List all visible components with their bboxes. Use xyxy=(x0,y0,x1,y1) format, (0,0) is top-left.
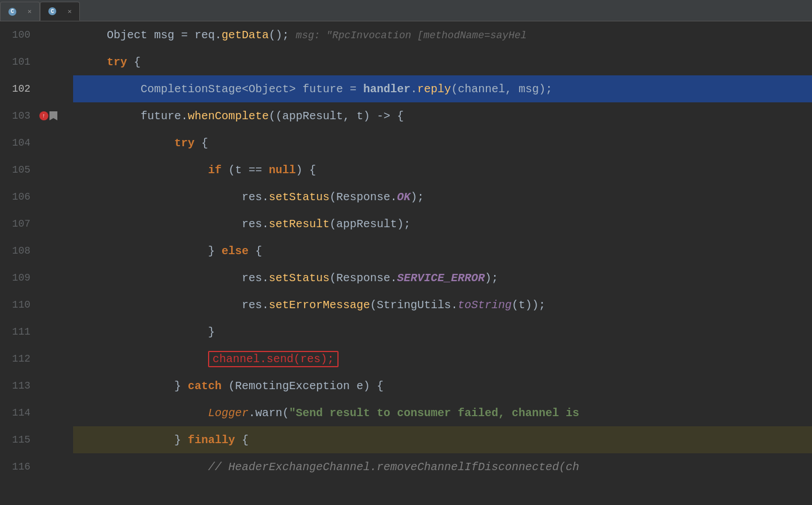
tab-decode-handler[interactable]: C ✕ xyxy=(0,2,40,21)
token: ) { xyxy=(296,164,316,177)
code-line-102: CompletionStage<Object> future = handler… xyxy=(73,75,812,102)
gutter-row-109: 109 xyxy=(0,264,73,291)
inline-hint: msg: "RpcInvocation [methodName=sayHel xyxy=(296,30,526,41)
token: (appResult); xyxy=(330,218,410,231)
token: res. xyxy=(242,191,269,204)
token: res. xyxy=(242,299,269,312)
red-box-highlight: channel.send(res); xyxy=(208,351,339,367)
token: Object xyxy=(107,29,147,42)
tab-close-2[interactable]: ✕ xyxy=(67,7,71,16)
code-text-107: res.setResult(appResult); xyxy=(73,218,410,231)
gutter: 100101102103↑104105106107108109110111112… xyxy=(0,21,73,505)
code-text-100: Object msg = req.getData();msg: "RpcInvo… xyxy=(73,29,527,42)
line-number-112: 112 xyxy=(0,353,39,364)
code-line-103: future.whenComplete((appResult, t) -> { xyxy=(73,102,812,129)
token: getData xyxy=(222,29,269,42)
line-number-105: 105 xyxy=(0,164,39,175)
gutter-row-111: 111 xyxy=(0,318,73,345)
token: ); xyxy=(485,272,498,285)
tab-header-exchange-handler[interactable]: C ✕ xyxy=(40,2,80,21)
code-line-104: try { xyxy=(73,129,812,156)
token: future = xyxy=(296,83,363,96)
tab-icon-2: C xyxy=(48,7,56,15)
token: "Send result to consumer failed, channel… xyxy=(289,407,579,420)
token: SERVICE_ERROR xyxy=(397,272,485,285)
code-line-107: res.setResult(appResult); xyxy=(73,210,812,237)
token: (RemotingException e) { xyxy=(222,380,384,393)
line-number-103: 103 xyxy=(0,110,39,121)
token: else xyxy=(222,245,249,258)
line-number-115: 115 xyxy=(0,434,39,445)
code-text-104: try { xyxy=(73,137,208,150)
code-text-106: res.setStatus(Response.OK); xyxy=(73,191,424,204)
code-text-115: } finally { xyxy=(73,434,249,447)
code-line-110: res.setErrorMessage(StringUtils.toString… xyxy=(73,291,812,318)
code-line-101: try { xyxy=(73,48,812,75)
code-text-112: channel.send(res); xyxy=(73,351,339,367)
gutter-row-112: 112 xyxy=(0,345,73,372)
token: (channel, msg); xyxy=(451,83,552,96)
gutter-row-105: 105 xyxy=(0,156,73,183)
token: reply xyxy=(417,83,451,96)
token: try xyxy=(174,137,195,150)
editor-container: C ✕ C ✕ 100101102103↑1041051061071081091… xyxy=(0,0,812,505)
tab-close-1[interactable]: ✕ xyxy=(28,7,31,16)
code-line-111: } xyxy=(73,318,812,345)
token: future. xyxy=(141,110,188,123)
gutter-row-102: 102 xyxy=(0,75,73,102)
gutter-row-104: 104 xyxy=(0,129,73,156)
token: } xyxy=(208,245,222,258)
line-number-106: 106 xyxy=(0,191,39,202)
token: null xyxy=(269,164,296,177)
code-line-113: } catch (RemotingException e) { xyxy=(73,372,812,399)
bookmark-icon xyxy=(49,111,57,120)
gutter-row-110: 110 xyxy=(0,291,73,318)
token: CompletionStage xyxy=(141,83,242,96)
code-text-113: } catch (RemotingException e) { xyxy=(73,380,384,393)
token: } xyxy=(208,326,215,339)
token: <Object> xyxy=(242,83,296,96)
line-number-109: 109 xyxy=(0,272,39,283)
gutter-row-116: 116 xyxy=(0,453,73,480)
line-number-104: 104 xyxy=(0,137,39,148)
token: setStatus xyxy=(269,191,330,204)
token: (t == xyxy=(222,164,269,177)
code-line-109: res.setStatus(Response.SERVICE_ERROR); xyxy=(73,264,812,291)
code-text-116: // HeaderExchangeChannel.removeChannelIf… xyxy=(73,461,579,474)
token: (StringUtils. xyxy=(370,299,458,312)
line-number-107: 107 xyxy=(0,218,39,229)
token: { xyxy=(127,56,141,69)
token: whenComplete xyxy=(188,110,269,123)
code-line-114: Logger.warn("Send result to consumer fai… xyxy=(73,399,812,426)
line-number-113: 113 xyxy=(0,380,39,391)
token: setStatus xyxy=(269,272,330,285)
token: finally xyxy=(188,434,235,447)
breakpoint-marker[interactable]: ↑ xyxy=(39,111,57,120)
code-line-108: } else { xyxy=(73,237,812,264)
line-number-114: 114 xyxy=(0,407,39,418)
token: setErrorMessage xyxy=(269,299,370,312)
line-number-116: 116 xyxy=(0,461,39,472)
token: if xyxy=(208,164,222,177)
tab-bar: C ✕ C ✕ xyxy=(0,0,812,21)
gutter-row-103: 103↑ xyxy=(0,102,73,129)
token: toString xyxy=(458,299,512,312)
line-number-102: 102 xyxy=(0,83,39,94)
gutter-row-100: 100 xyxy=(0,21,73,48)
code-text-108: } else { xyxy=(73,245,262,258)
token: (Response. xyxy=(330,272,397,285)
code-text-114: Logger.warn("Send result to consumer fai… xyxy=(73,407,579,420)
code-text-105: if (t == null) { xyxy=(73,164,316,177)
token: ); xyxy=(410,191,424,204)
token: handler xyxy=(363,83,410,96)
gutter-row-106: 106 xyxy=(0,183,73,210)
gutter-row-115: 115 xyxy=(0,426,73,453)
line-number-110: 110 xyxy=(0,299,39,310)
code-text-103: future.whenComplete((appResult, t) -> { xyxy=(73,110,404,123)
token: (); xyxy=(269,29,289,42)
token: { xyxy=(195,137,208,150)
token: setResult xyxy=(269,218,330,231)
token: . xyxy=(410,83,417,96)
line-number-101: 101 xyxy=(0,56,39,67)
token: (Response. xyxy=(330,191,397,204)
